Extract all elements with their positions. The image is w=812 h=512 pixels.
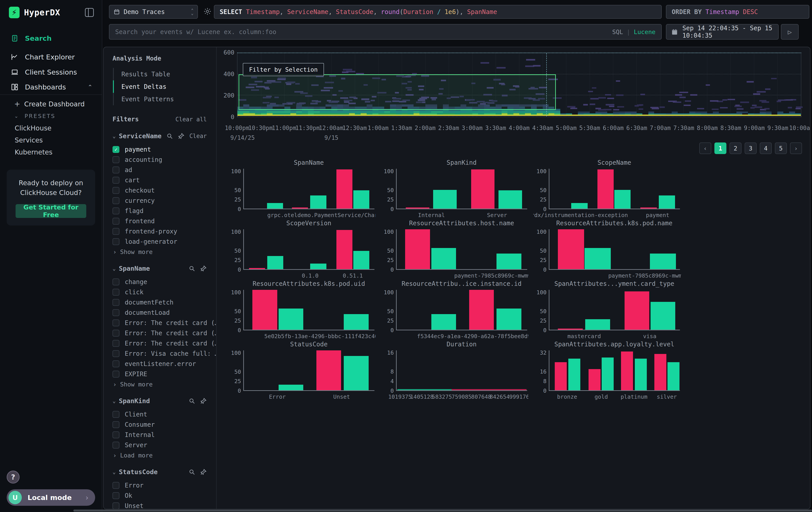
- filter-option[interactable]: load-generator: [113, 236, 207, 247]
- filter-option[interactable]: Error: The credit card (…: [113, 338, 207, 348]
- filter-option[interactable]: Error: [113, 480, 207, 490]
- checkbox[interactable]: [113, 228, 119, 235]
- load-more-link[interactable]: › Load more: [113, 452, 207, 459]
- checkbox[interactable]: [113, 177, 119, 184]
- mode-lucene[interactable]: Lucene: [634, 28, 656, 35]
- search-icon[interactable]: [188, 265, 195, 272]
- sidebar-item-kubernetes[interactable]: Kubernetes: [0, 146, 102, 158]
- checkbox[interactable]: [113, 289, 119, 296]
- filter-group-header[interactable]: ⌄ ServiceName Clear: [113, 132, 207, 140]
- filter-option[interactable]: Unset: [113, 501, 207, 509]
- collapse-sidebar-icon[interactable]: [85, 8, 94, 17]
- breakdown-chart[interactable]: ScopeVersion025501000.1.00.51.1: [228, 219, 376, 279]
- show-more-link[interactable]: › Show more: [113, 248, 207, 255]
- checkbox[interactable]: [113, 350, 119, 357]
- chevron-up-icon[interactable]: ⌃: [88, 84, 92, 90]
- breakdown-chart[interactable]: SpanName02550100grpc.oteldemo.PaymentSer…: [228, 158, 376, 219]
- search-icon[interactable]: [188, 398, 195, 404]
- analysis-mode-event-deltas[interactable]: Event Deltas: [113, 80, 207, 93]
- filter-option[interactable]: Consumer: [113, 420, 207, 430]
- page-button[interactable]: 4: [760, 142, 772, 154]
- filter-option[interactable]: frontend: [113, 216, 207, 226]
- create-dashboard-button[interactable]: + Create Dashboard: [0, 98, 102, 110]
- get-started-button[interactable]: Get Started for Free: [16, 204, 86, 218]
- pin-icon[interactable]: [200, 468, 207, 475]
- time-range-picker[interactable]: Sep 14 22:04:35 - Sep 15 10:04:35: [666, 24, 779, 39]
- checkbox[interactable]: [113, 360, 119, 367]
- search-icon[interactable]: [188, 468, 195, 475]
- breakdown-chart[interactable]: ResourceAttribu..ice.instance.id02550100…: [380, 279, 528, 340]
- checkbox[interactable]: [113, 503, 119, 509]
- checkbox[interactable]: [113, 492, 119, 499]
- checkbox[interactable]: [113, 371, 119, 378]
- checkbox[interactable]: [113, 208, 119, 214]
- checkbox[interactable]: [113, 278, 119, 286]
- sidebar-item-client-sessions[interactable]: Client Sessions: [0, 64, 102, 80]
- filter-option[interactable]: frontend-proxy: [113, 226, 207, 236]
- breakdown-chart[interactable]: Duration04816101937514051285832757590858…: [380, 340, 528, 400]
- event-search-input[interactable]: Search your events w/ Lucene ex. column:…: [109, 24, 662, 39]
- checkbox[interactable]: [113, 166, 119, 173]
- filter-option[interactable]: Internal: [113, 430, 207, 440]
- filter-option[interactable]: ✓payment: [113, 144, 207, 155]
- next-page-button[interactable]: ›: [790, 142, 802, 154]
- breakdown-chart[interactable]: ResourceAttributes.k8s.pod.name02550100p…: [533, 219, 681, 279]
- breakdown-chart[interactable]: ResourceAttributes.host.name02550100paym…: [380, 219, 528, 279]
- checkbox[interactable]: [113, 218, 119, 225]
- filter-option[interactable]: Error: The credit card (…: [113, 318, 207, 328]
- filter-option[interactable]: currency: [113, 195, 207, 206]
- checkbox[interactable]: [113, 340, 119, 347]
- filter-group-header[interactable]: ⌄ SpanName: [113, 265, 207, 272]
- clear-group-button[interactable]: Clear: [190, 133, 207, 139]
- checkbox[interactable]: ✓: [113, 146, 119, 153]
- filter-option[interactable]: documentFetch: [113, 297, 207, 307]
- checkbox[interactable]: [113, 238, 119, 245]
- sidebar-item-services[interactable]: Services: [0, 134, 102, 146]
- source-select[interactable]: Demo Traces ⌃⌄: [109, 5, 198, 19]
- checkbox[interactable]: [113, 156, 119, 163]
- analysis-mode-event-patterns[interactable]: Event Patterns: [113, 93, 207, 105]
- page-button[interactable]: 3: [745, 142, 757, 154]
- sidebar-item-clickhouse[interactable]: ClickHouse: [0, 122, 102, 134]
- filter-option[interactable]: EXPIRE: [113, 369, 207, 379]
- checkbox[interactable]: [113, 431, 119, 438]
- selection-rectangle[interactable]: [238, 74, 556, 110]
- breakdown-chart[interactable]: ScopeName02550100@hyperdx/instrumentatio…: [533, 158, 681, 219]
- checkbox[interactable]: [113, 187, 119, 194]
- checkbox[interactable]: [113, 197, 119, 204]
- pin-icon[interactable]: [200, 265, 207, 272]
- filter-option[interactable]: click: [113, 287, 207, 297]
- filter-group-header[interactable]: ⌄ StatusCode: [113, 468, 207, 476]
- checkbox[interactable]: [113, 411, 119, 418]
- filter-option[interactable]: eventListener.error: [113, 359, 207, 369]
- checkbox[interactable]: [113, 421, 119, 428]
- filter-option[interactable]: cart: [113, 175, 207, 185]
- breakdown-chart[interactable]: SpanKind02550100InternalServer: [380, 158, 528, 219]
- presets-toggle[interactable]: ⌄ PRESETS: [0, 110, 102, 122]
- breakdown-chart[interactable]: StatusCode02550100ErrorUnset: [228, 340, 376, 400]
- show-more-link[interactable]: › Show more: [113, 381, 207, 388]
- filter-option[interactable]: flagd: [113, 206, 207, 216]
- run-query-button[interactable]: ▷: [781, 24, 799, 39]
- checkbox[interactable]: [113, 482, 119, 489]
- filter-option[interactable]: ad: [113, 165, 207, 175]
- pin-icon[interactable]: [200, 398, 207, 404]
- pin-icon[interactable]: [178, 133, 184, 139]
- checkbox[interactable]: [113, 309, 119, 316]
- filter-option[interactable]: Error: Visa cache full: …: [113, 348, 207, 359]
- gear-icon[interactable]: [203, 7, 212, 16]
- breakdown-chart[interactable]: SpanAttributes...yment.card_type02550100…: [533, 279, 681, 340]
- page-button[interactable]: 1: [715, 142, 726, 154]
- horizontal-scrollbar[interactable]: [74, 510, 812, 512]
- checkbox[interactable]: [113, 299, 119, 306]
- clear-all-button[interactable]: Clear all: [175, 116, 207, 123]
- breakdown-chart[interactable]: SpanAttributes.app.loyalty.level081632br…: [533, 340, 681, 400]
- sidebar-item-dashboards[interactable]: Dashboards ⌃: [0, 80, 102, 95]
- events-heatmap[interactable]: Filter by Selection: [237, 53, 801, 117]
- mode-sql[interactable]: SQL: [612, 28, 623, 35]
- page-button[interactable]: 2: [729, 142, 742, 154]
- sidebar-item-chart-explorer[interactable]: Chart Explorer: [0, 49, 102, 64]
- filter-option[interactable]: accounting: [113, 155, 207, 165]
- filter-by-selection-button[interactable]: Filter by Selection: [243, 63, 324, 76]
- filter-group-header[interactable]: ⌄ SpanKind: [113, 397, 207, 405]
